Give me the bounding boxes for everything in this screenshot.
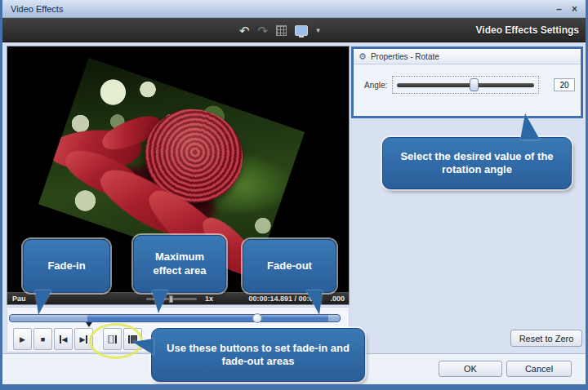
callout-rotation-angle: Select the desired value of the rotation… <box>382 137 572 189</box>
angle-slider[interactable] <box>392 76 539 94</box>
gear-icon: ⚙ <box>359 52 367 61</box>
angle-label: Angle: <box>364 81 387 90</box>
angle-slider-thumb[interactable] <box>470 78 479 91</box>
callout-text: Fade-in <box>47 259 85 273</box>
close-button[interactable]: × <box>572 4 577 14</box>
video-effects-window: Video Effects – × ↶ ↷ ▾ Video Effects Se… <box>0 0 588 390</box>
undo-icon[interactable]: ↶ <box>239 24 250 37</box>
play-button[interactable]: ▶ <box>13 328 32 350</box>
prev-frame-icon <box>60 335 61 343</box>
properties-title: Properties - Rotate <box>371 52 439 61</box>
callout-max-effect-area: Maximum effect area <box>133 235 226 293</box>
time-display: 00:00:14.891 / 00:00 .000 <box>248 295 345 303</box>
prev-frame-icon: ◀ <box>62 335 68 343</box>
callout-tail <box>520 113 540 140</box>
playhead-thumb[interactable] <box>252 313 262 323</box>
callout-tail <box>306 290 323 315</box>
settings-title: Video Effects Settings <box>476 24 586 36</box>
angle-value-input[interactable] <box>554 78 575 91</box>
window-title: Video Effects <box>11 4 63 14</box>
grid-icon[interactable] <box>276 25 287 36</box>
properties-header: ⚙ Properties - Rotate <box>354 49 581 64</box>
callout-fade-out: Fade-out <box>243 239 336 293</box>
properties-body: Angle: <box>354 64 581 112</box>
next-frame-button[interactable]: ▶ <box>74 328 93 350</box>
callout-text: Maximum effect area <box>142 250 217 277</box>
callout-text: Use these buttons to set fade-in and fad… <box>160 342 356 369</box>
callout-tail <box>132 339 154 355</box>
fade-out-area-icon <box>128 335 130 343</box>
callout-tail <box>152 290 168 313</box>
set-fade-in-button[interactable] <box>103 328 122 350</box>
time-total-tail: .000 <box>330 295 345 303</box>
reset-to-zero-button[interactable]: Reset to Zero <box>510 330 582 347</box>
stop-icon: ■ <box>41 335 45 343</box>
callout-fade-buttons: Use these buttons to set fade-in and fad… <box>151 328 365 382</box>
chevron-down-icon[interactable]: ▾ <box>316 26 320 34</box>
redo-icon[interactable]: ↷ <box>258 24 269 37</box>
callout-tail <box>35 290 51 315</box>
fade-in-marker <box>86 322 92 327</box>
transport-buttons: ▶ ■ ◀ ▶ <box>13 328 142 350</box>
ok-button[interactable]: OK <box>439 361 502 377</box>
speed-slider-thumb[interactable] <box>169 295 173 303</box>
minimize-button[interactable]: – <box>556 4 562 14</box>
next-frame-icon <box>86 335 87 343</box>
play-icon: ▶ <box>20 335 25 343</box>
cancel-button[interactable]: Cancel <box>506 361 572 377</box>
playback-state-label: Pau <box>12 295 26 303</box>
callout-text: Select the desired value of the rotation… <box>391 150 563 177</box>
monitor-icon[interactable] <box>295 25 308 36</box>
timeline-track[interactable] <box>9 314 341 322</box>
fade-in-area-icon <box>108 335 114 343</box>
title-bar: Video Effects – × <box>2 0 586 18</box>
prev-frame-button[interactable]: ◀ <box>54 328 73 350</box>
dialog-content: Pau 1x 00:00:14.891 / 00:00 .000 ▶ <box>2 42 586 384</box>
properties-panel: ⚙ Properties - Rotate Angle: <box>351 47 583 118</box>
next-frame-icon: ▶ <box>80 335 86 343</box>
callout-text: Fade-out <box>267 259 312 273</box>
preview-status-bar: Pau 1x 00:00:14.891 / 00:00 .000 <box>7 292 349 304</box>
stop-button[interactable]: ■ <box>33 328 52 350</box>
fade-in-area-icon <box>115 335 117 343</box>
speed-label: 1x <box>205 295 213 303</box>
toolbar: ↶ ↷ ▾ Video Effects Settings <box>2 18 586 42</box>
angle-slider-track[interactable] <box>397 83 534 87</box>
callout-fade-in: Fade-in <box>23 239 110 293</box>
